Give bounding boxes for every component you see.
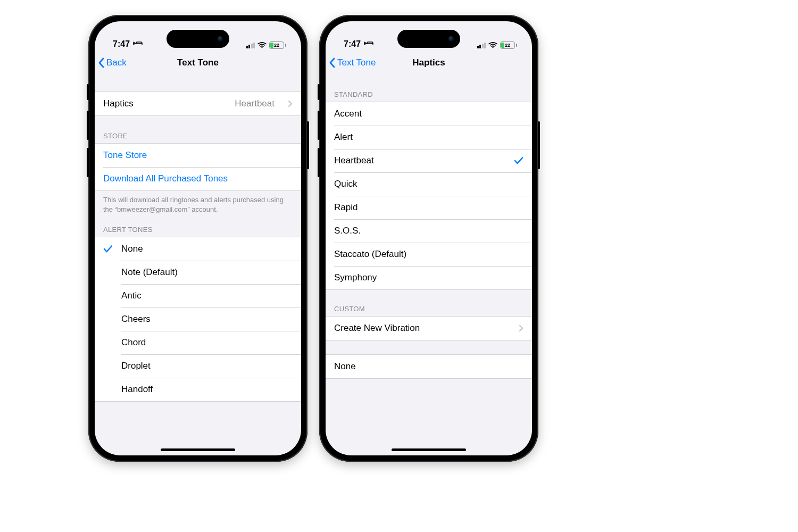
haptic-quick[interactable]: Quick — [326, 172, 532, 196]
store-section-footer: This will download all ringtones and ale… — [95, 191, 301, 217]
back-button[interactable]: Back — [98, 57, 127, 68]
cell-signal-icon — [246, 43, 255, 48]
alert-tone-cheers[interactable]: Cheers — [95, 307, 301, 331]
back-label: Back — [106, 57, 127, 68]
tone-store-row[interactable]: Tone Store — [95, 144, 301, 167]
screen-text-tone: 7:47 22 Back — [95, 21, 301, 455]
haptics-row[interactable]: Haptics Heartbeat — [95, 92, 301, 115]
haptic-sos[interactable]: S.O.S. — [326, 219, 532, 243]
home-indicator[interactable] — [392, 448, 466, 451]
haptic-heartbeat[interactable]: Heartbeat — [326, 149, 532, 172]
create-new-vibration-row[interactable]: Create New Vibration — [326, 317, 532, 340]
sleep-icon — [364, 40, 373, 47]
checkmark-icon — [510, 156, 523, 165]
haptic-none-row[interactable]: None — [326, 355, 532, 378]
standard-section-header: STANDARD — [326, 87, 532, 102]
wifi-icon — [488, 42, 497, 48]
iphone-frame-left: 7:47 22 Back — [88, 15, 307, 462]
svg-point-1 — [492, 47, 493, 48]
navigation-bar: Text Tone Haptics — [326, 50, 532, 76]
haptic-staccato[interactable]: Staccato (Default) — [326, 243, 532, 266]
screen-haptics: 7:47 22 Text Tone — [326, 21, 532, 455]
status-time: 7:47 — [344, 39, 361, 49]
haptics-label: Haptics — [103, 98, 235, 109]
custom-section-header: CUSTOM — [326, 302, 532, 316]
chevron-right-icon — [510, 325, 523, 332]
back-button[interactable]: Text Tone — [329, 57, 376, 68]
page-title: Haptics — [412, 57, 445, 68]
checkmark-icon — [103, 245, 121, 253]
haptics-value: Heartbeat — [235, 98, 275, 109]
battery-icon: 22 — [500, 41, 517, 49]
dynamic-island — [167, 30, 229, 48]
alert-tone-antic[interactable]: Antic — [95, 284, 301, 307]
alert-tone-droplet[interactable]: Droplet — [95, 354, 301, 378]
sleep-icon — [133, 40, 143, 47]
store-section-header: STORE — [95, 129, 301, 143]
chevron-right-icon — [279, 100, 293, 107]
haptic-accent[interactable]: Accent — [326, 102, 532, 126]
svg-point-0 — [261, 47, 262, 48]
haptic-rapid[interactable]: Rapid — [326, 196, 532, 219]
wifi-icon — [257, 42, 267, 48]
alert-tone-note[interactable]: Note (Default) — [95, 261, 301, 284]
download-purchased-row[interactable]: Download All Purchased Tones — [95, 167, 301, 190]
alert-tone-none[interactable]: None — [95, 237, 301, 261]
alert-tone-handoff[interactable]: Handoff — [95, 378, 301, 401]
back-label: Text Tone — [337, 57, 376, 68]
cell-signal-icon — [477, 43, 486, 48]
dynamic-island — [397, 30, 460, 48]
iphone-frame-right: 7:47 22 Text Tone — [319, 15, 538, 462]
haptic-alert[interactable]: Alert — [326, 126, 532, 149]
alert-tones-header: ALERT TONES — [95, 222, 301, 237]
haptic-symphony[interactable]: Symphony — [326, 266, 532, 289]
page-title: Text Tone — [177, 57, 219, 68]
status-time: 7:47 — [113, 39, 130, 49]
navigation-bar: Back Text Tone — [95, 50, 301, 76]
battery-icon: 22 — [269, 41, 286, 49]
alert-tone-chord[interactable]: Chord — [95, 331, 301, 354]
home-indicator[interactable] — [161, 448, 235, 451]
